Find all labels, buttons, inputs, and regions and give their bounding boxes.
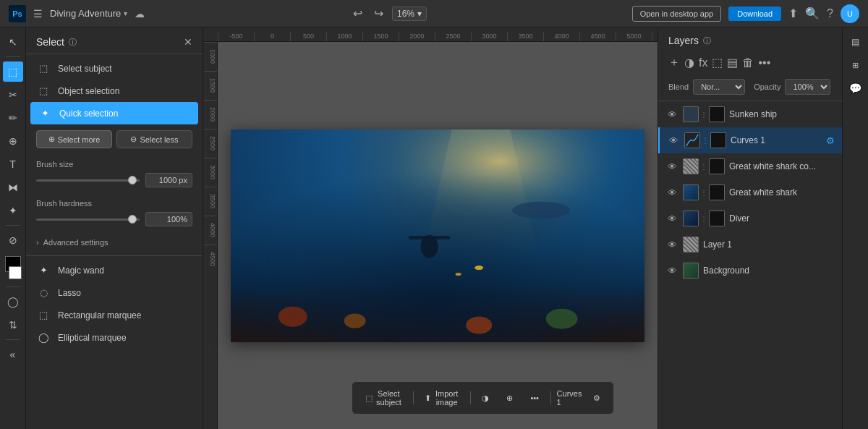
brush-hardness-label: Brush hardness [36, 199, 192, 208]
share-button[interactable]: ⬆ [788, 7, 798, 20]
ruler-v-2000: 2000 [204, 100, 217, 129]
select-subject-bottom-button[interactable]: ⬚ Select subject [359, 386, 407, 409]
layer-visibility-curves-1[interactable]: 👁 [667, 135, 680, 146]
layer-mask-button[interactable]: ◑ [684, 56, 694, 69]
undo-button[interactable]: ↩ [350, 5, 365, 22]
magic-wand-tool[interactable]: ✦ Magic wand [26, 259, 203, 281]
bottom-toolbar-divider-3 [550, 391, 551, 404]
more-options-button[interactable]: ••• [524, 391, 545, 405]
brush-hardness-track[interactable] [36, 218, 140, 221]
brush-hardness-input[interactable]: 100% [145, 212, 192, 226]
layers-title: Layers ⓘ [668, 35, 711, 46]
brush-size-label: Brush size [36, 160, 192, 169]
crop-tool[interactable]: ✂ [3, 85, 23, 105]
select-subject-tool[interactable]: ⬚ Select subject [26, 57, 203, 80]
transform-button[interactable]: ⊕ [501, 391, 519, 406]
elliptical-marquee-tool[interactable]: ◯ Elliptical marquee [26, 326, 203, 349]
search-button[interactable]: 🔍 [805, 7, 820, 20]
ruler-mark-3500: 3500 [507, 33, 543, 41]
brush-tool[interactable]: ✏ [3, 108, 23, 128]
lasso-tool[interactable]: ◌ Lasso [26, 281, 203, 304]
select-subject-label: Select subject [58, 64, 112, 74]
bottom-toolbar: ⬚ Select subject ⬆ Import image ◑ ⊕ ••• … [352, 381, 614, 415]
brush-size-input[interactable]: 1000 px [145, 173, 192, 187]
select-less-button[interactable]: ⊖ Select less [116, 130, 192, 148]
import-image-button[interactable]: ⬆ Import image [419, 386, 464, 409]
layer-link-diver-icon: ⋮ [700, 215, 707, 223]
layer-fx-button[interactable]: fx [699, 56, 707, 69]
layer-thumb-layer1 [683, 237, 699, 252]
user-avatar[interactable]: U [841, 4, 859, 23]
layer-link-gwsc-icon: ⋮ [700, 163, 707, 171]
layer-adjust-icon[interactable]: ⚙ [826, 135, 835, 146]
brush-hardness-row: 100% [36, 212, 192, 226]
layer-visibility-diver[interactable]: 👁 [665, 213, 678, 224]
brush-hardness-thumb[interactable] [128, 215, 137, 224]
hamburger-button[interactable]: ☰ [33, 8, 43, 20]
add-layer-button[interactable]: ＋ [668, 55, 680, 70]
eyedropper-tool[interactable]: ⊘ [3, 230, 23, 250]
panel-close-button[interactable]: ✕ [184, 36, 192, 48]
canvas-image[interactable] [231, 129, 644, 342]
layer-item-diver[interactable]: 👁 ⋮ Diver [658, 205, 842, 232]
more-layer-options-button[interactable]: ••• [758, 56, 770, 69]
layer-link-curves-icon: ⋮ [702, 137, 709, 145]
layer-thumb-group-layer1 [683, 237, 699, 252]
move-tool[interactable]: ↖ [3, 32, 23, 52]
shapes-tool[interactable]: ◯ [3, 292, 23, 312]
layers-icon[interactable]: ▤ [846, 32, 866, 52]
layer-item-great-white-shark-co[interactable]: 👁 ⋮ Great white shark co... [658, 153, 842, 179]
delete-layer-button[interactable]: 🗑 [742, 56, 754, 69]
properties-icon[interactable]: ⊞ [846, 55, 866, 75]
layer-visibility-layer1[interactable]: 👁 [665, 239, 678, 250]
redo-button[interactable]: ↪ [371, 5, 386, 22]
opacity-label: Opacity [754, 82, 780, 91]
download-button[interactable]: Download [728, 7, 781, 21]
layer-settings-button[interactable]: ⚙ [587, 391, 606, 406]
rectangular-marquee-tool[interactable]: ⬚ Rectangular marquee [26, 304, 203, 326]
info-icon: ⓘ [69, 37, 77, 48]
ruler-mark-2000: 2000 [399, 33, 435, 41]
zoom-selector[interactable]: 16% ▾ [392, 7, 427, 21]
quick-selection-tool[interactable]: ✦ Quick selection [30, 102, 198, 124]
background-color[interactable] [9, 266, 22, 279]
advanced-settings-row[interactable]: › Advanced settings [26, 232, 203, 252]
layer-item-layer-1[interactable]: 👁 Layer 1 [658, 232, 842, 258]
layer-thumb-gws-mask [709, 184, 725, 200]
collapse-toolbar[interactable]: « [3, 344, 23, 365]
select-more-button[interactable]: ⊕ Select more [36, 130, 112, 148]
layer-visibility-gwsc[interactable]: 👁 [665, 161, 678, 172]
ruler-mark-4500: 4500 [579, 33, 616, 41]
layer-item-background[interactable]: 👁 Background [658, 258, 842, 284]
color-swatches [4, 256, 22, 279]
comments-icon[interactable]: 💬 [846, 78, 866, 98]
clone-tool[interactable]: ⊕ [3, 131, 23, 151]
warp-tool[interactable]: ⧓ [3, 177, 23, 197]
blend-mode-select[interactable]: Nor... Multiply Screen [693, 79, 745, 95]
brush-size-track[interactable] [36, 179, 140, 182]
layer-item-curves-1[interactable]: 👁 ⋮ Curves 1 ⚙ [658, 127, 842, 153]
elliptical-marquee-label: Elliptical marquee [58, 333, 127, 343]
brush-size-thumb[interactable] [128, 176, 137, 184]
open-desktop-button[interactable]: Open in desktop app [632, 6, 722, 22]
mask-button[interactable]: ◑ [476, 391, 495, 406]
object-selection-tool[interactable]: ⬚ Object selection [26, 80, 203, 102]
topbar-right: Open in desktop app Download ⬆ 🔍 ? U [632, 4, 859, 23]
opacity-select[interactable]: 100% 75% 50% [785, 79, 830, 95]
adjustment-layer-button[interactable]: ⬚ [712, 56, 723, 69]
svg-point-5 [278, 306, 307, 326]
selection-tool[interactable]: ⬚ [3, 61, 23, 82]
ruler-mark-3000: 3000 [471, 33, 507, 41]
layer-visibility-gws[interactable]: 👁 [665, 187, 678, 198]
levels-tool[interactable]: ⇅ [3, 315, 23, 335]
layer-item-sunken-ship[interactable]: 👁 ⋮ Sunken ship [658, 101, 842, 127]
project-name[interactable]: Diving Adventure ▾ [50, 8, 127, 19]
layer-item-great-white-shark[interactable]: 👁 ⋮ Great white shark [658, 179, 842, 205]
type-tool[interactable]: T [3, 154, 23, 174]
layer-visibility-background[interactable]: 👁 [665, 266, 678, 276]
healing-tool[interactable]: ✦ [3, 200, 23, 221]
layer-group-button[interactable]: ▤ [727, 56, 738, 69]
help-button[interactable]: ? [827, 7, 833, 20]
magic-wand-label: Magic wand [58, 266, 104, 276]
layer-visibility-sunken-ship[interactable]: 👁 [665, 109, 678, 120]
